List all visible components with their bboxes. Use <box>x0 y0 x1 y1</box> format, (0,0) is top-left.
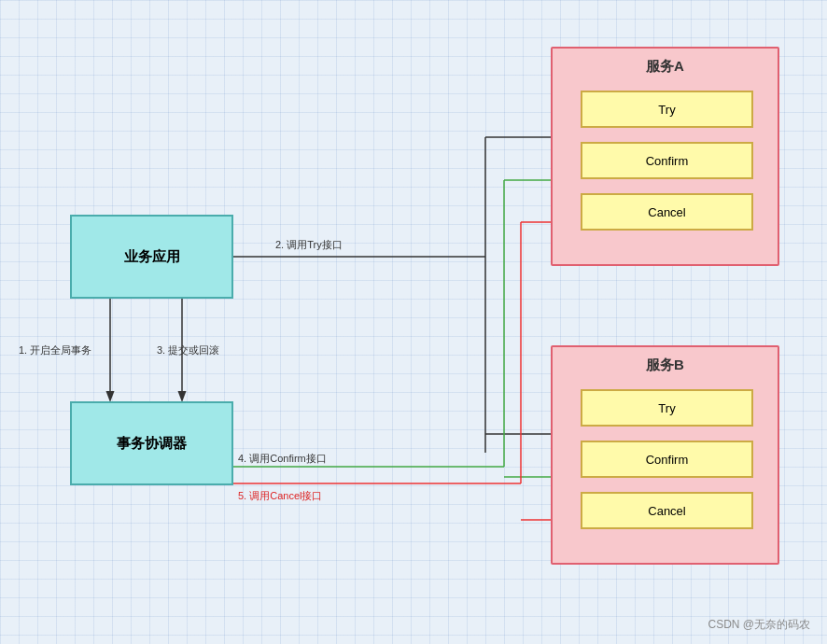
service-b-confirm: Confirm <box>581 441 753 478</box>
business-app-label: 业务应用 <box>124 248 180 266</box>
label-call-cancel: 5. 调用Cancel接口 <box>238 489 322 503</box>
label-submit-rollback: 3. 提交或回滚 <box>157 343 219 357</box>
label-call-confirm: 4. 调用Confirm接口 <box>238 452 327 466</box>
diagram: 业务应用 事务协调器 服务A Try Confirm Cancel 服务B Tr… <box>0 0 827 644</box>
label-call-try: 2. 调用Try接口 <box>275 238 343 252</box>
service-a-confirm: Confirm <box>581 142 753 179</box>
service-a-title: 服务A <box>553 58 778 76</box>
service-b-cancel: Cancel <box>581 492 753 529</box>
service-a-container: 服务A Try Confirm Cancel <box>551 47 779 266</box>
label-open-transaction: 1. 开启全局事务 <box>19 343 91 357</box>
service-a-cancel: Cancel <box>581 193 753 231</box>
business-app-box: 业务应用 <box>70 215 233 299</box>
service-b-container: 服务B Try Confirm Cancel <box>551 345 779 565</box>
watermark: CSDN @无奈的码农 <box>708 617 810 633</box>
service-a-try: Try <box>581 91 753 128</box>
coordinator-label: 事务协调器 <box>117 435 187 453</box>
coordinator-box: 事务协调器 <box>70 401 233 485</box>
service-b-title: 服务B <box>553 357 778 374</box>
service-b-try: Try <box>581 389 753 427</box>
